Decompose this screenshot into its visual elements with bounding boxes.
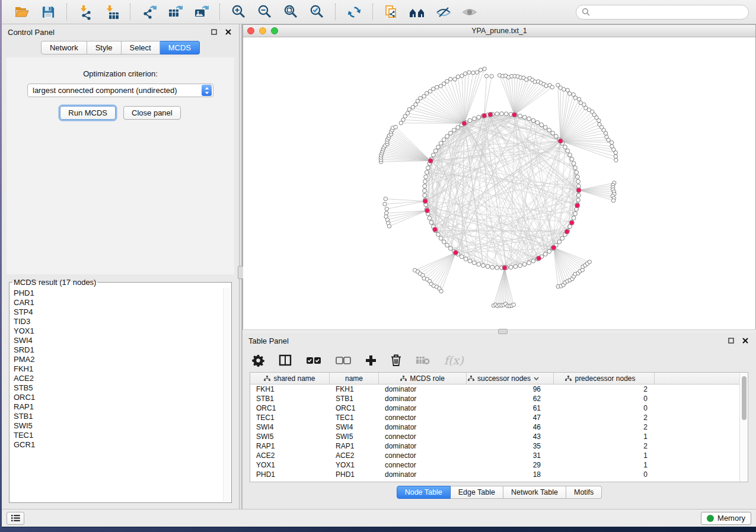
export-table-icon[interactable] bbox=[166, 4, 184, 20]
tab-network-table[interactable]: Network Table bbox=[503, 486, 566, 499]
table-cell[interactable]: TEC1 bbox=[250, 414, 330, 422]
show-log-button[interactable] bbox=[7, 512, 24, 525]
table-cell[interactable]: ORC1 bbox=[250, 404, 330, 412]
table-cell[interactable]: 31 bbox=[467, 451, 554, 460]
table-row[interactable]: YOX1YOX1connector291 bbox=[250, 460, 739, 470]
table-cell[interactable]: YOX1 bbox=[330, 461, 379, 469]
mcds-result-item[interactable]: STB1 bbox=[14, 412, 231, 421]
tab-mcds[interactable]: MCDS bbox=[160, 41, 200, 55]
mcds-result-item[interactable]: STB5 bbox=[14, 383, 231, 393]
table-cell[interactable]: 18 bbox=[467, 470, 554, 479]
table-cell[interactable]: 43 bbox=[467, 432, 554, 441]
clone-network-icon[interactable] bbox=[382, 4, 400, 20]
table-cell[interactable]: 2 bbox=[554, 423, 655, 431]
column-header-predecessor-nodes[interactable]: predecessor nodes bbox=[554, 373, 655, 384]
tab-select[interactable]: Select bbox=[122, 41, 160, 55]
table-cell[interactable]: dominator bbox=[379, 423, 467, 431]
close-panel-icon[interactable] bbox=[741, 336, 750, 345]
table-cell[interactable]: SWI5 bbox=[330, 432, 379, 441]
table-cell[interactable]: PHD1 bbox=[250, 470, 330, 479]
table-cell[interactable]: 1 bbox=[554, 432, 655, 441]
save-session-icon[interactable] bbox=[39, 4, 57, 20]
column-header-mcds-role[interactable]: MCDS role bbox=[379, 373, 467, 384]
table-row[interactable]: PHD1PHD1dominator180 bbox=[250, 470, 739, 479]
select-all-rows-icon[interactable] bbox=[306, 357, 321, 364]
table-cell[interactable]: connector bbox=[379, 432, 467, 441]
float-panel-icon[interactable] bbox=[726, 336, 736, 345]
table-cell[interactable]: dominator bbox=[379, 470, 467, 479]
table-cell[interactable]: connector bbox=[379, 451, 467, 460]
zoom-in-icon[interactable] bbox=[229, 4, 247, 20]
run-mcds-button[interactable]: Run MCDS bbox=[60, 106, 116, 120]
table-row[interactable]: ACE2ACE2connector311 bbox=[250, 451, 739, 460]
table-cell[interactable]: 2 bbox=[554, 414, 655, 422]
table-cell[interactable]: 0 bbox=[554, 404, 655, 412]
table-cell[interactable]: 29 bbox=[467, 461, 554, 469]
table-cell[interactable]: SWI5 bbox=[250, 432, 330, 441]
network-frame-titlebar[interactable]: YPA_prune.txt_1 bbox=[243, 25, 755, 37]
table-row[interactable]: ORC1ORC1dominator610 bbox=[250, 403, 739, 413]
table-cell[interactable]: SWI4 bbox=[330, 423, 379, 431]
import-table-icon[interactable] bbox=[103, 4, 120, 20]
refresh-view-icon[interactable] bbox=[345, 4, 363, 20]
table-cell[interactable]: ACE2 bbox=[330, 451, 379, 460]
mcds-result-list[interactable]: PHD1CAR1STP4TID3YOX1SWI4SRD1PMA2FKH1ACE2… bbox=[10, 287, 231, 502]
table-cell[interactable]: PHD1 bbox=[330, 470, 379, 479]
table-cell[interactable]: YOX1 bbox=[250, 461, 330, 469]
graph-ring-nodes[interactable] bbox=[379, 67, 618, 308]
float-panel-icon[interactable] bbox=[209, 27, 219, 37]
close-panel-icon[interactable] bbox=[224, 27, 233, 37]
export-network-icon[interactable] bbox=[140, 4, 158, 20]
table-row[interactable]: STB1STB1dominator620 bbox=[250, 394, 739, 403]
deselect-all-rows-icon[interactable] bbox=[336, 357, 351, 364]
scrollbar-thumb[interactable] bbox=[742, 376, 747, 420]
zoom-out-icon[interactable] bbox=[256, 4, 273, 20]
create-column-icon[interactable] bbox=[365, 355, 377, 366]
mcds-result-item[interactable]: SWI4 bbox=[14, 336, 231, 345]
table-cell[interactable]: 96 bbox=[467, 385, 554, 393]
mcds-result-item[interactable]: PMA2 bbox=[14, 355, 231, 364]
table-cell[interactable]: connector bbox=[379, 461, 467, 469]
show-all-icon[interactable] bbox=[461, 4, 479, 20]
delete-column-icon[interactable] bbox=[391, 354, 401, 367]
table-settings-icon[interactable] bbox=[252, 354, 264, 367]
mcds-result-item[interactable]: RAP1 bbox=[14, 402, 231, 412]
table-cell[interactable]: 35 bbox=[467, 442, 554, 450]
table-cell[interactable]: RAP1 bbox=[250, 442, 330, 450]
search-input[interactable] bbox=[593, 8, 743, 16]
mcds-result-item[interactable]: TEC1 bbox=[14, 431, 231, 440]
import-network-icon[interactable] bbox=[76, 4, 94, 20]
table-cell[interactable]: 62 bbox=[467, 395, 554, 403]
column-header-successor-nodes[interactable]: successor nodes bbox=[467, 373, 554, 384]
table-cell[interactable]: ACE2 bbox=[250, 451, 330, 460]
table-cell[interactable]: STB1 bbox=[250, 395, 330, 403]
table-cell[interactable]: FKH1 bbox=[250, 385, 330, 393]
tab-motifs[interactable]: Motifs bbox=[566, 486, 602, 499]
open-file-icon[interactable] bbox=[13, 4, 31, 20]
mcds-list-scrollbar[interactable] bbox=[223, 288, 230, 501]
table-scrollbar[interactable] bbox=[739, 373, 748, 482]
table-cell[interactable]: 1 bbox=[554, 461, 655, 469]
mcds-result-item[interactable]: CAR1 bbox=[14, 298, 231, 307]
search-field[interactable] bbox=[576, 5, 749, 20]
zoom-selected-icon[interactable] bbox=[308, 4, 326, 20]
table-cell[interactable]: 2 bbox=[554, 385, 655, 393]
table-row[interactable]: SWI4SWI4dominator462 bbox=[250, 422, 739, 432]
tab-style[interactable]: Style bbox=[87, 41, 122, 55]
table-cell[interactable]: SWI4 bbox=[250, 423, 330, 431]
table-cell[interactable]: FKH1 bbox=[330, 385, 379, 393]
show-column-icon[interactable] bbox=[279, 354, 292, 366]
table-cell[interactable]: dominator bbox=[379, 442, 467, 450]
mcds-result-item[interactable]: FKH1 bbox=[14, 364, 231, 374]
table-cell[interactable]: TEC1 bbox=[330, 414, 379, 422]
network-canvas[interactable] bbox=[243, 37, 755, 329]
tab-node-table[interactable]: Node Table bbox=[397, 486, 451, 499]
vertical-splitter[interactable] bbox=[239, 24, 242, 509]
table-row[interactable]: TEC1TEC1connector472 bbox=[250, 413, 739, 422]
table-cell[interactable]: dominator bbox=[379, 404, 467, 412]
table-cell[interactable]: 1 bbox=[554, 451, 655, 460]
splitter-grip[interactable] bbox=[498, 329, 508, 334]
hide-selected-icon[interactable] bbox=[435, 4, 452, 20]
mcds-result-item[interactable]: SWI5 bbox=[14, 421, 231, 431]
mcds-result-item[interactable]: GCR1 bbox=[14, 440, 231, 450]
